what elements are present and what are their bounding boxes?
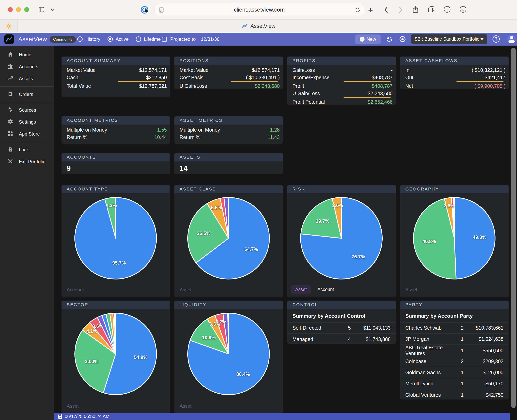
- table-row[interactable]: Coinbase2$209,302: [400, 356, 509, 367]
- stat-label: Market Value: [180, 67, 209, 73]
- new-tab-icon[interactable]: +: [368, 6, 373, 15]
- table-row[interactable]: JP Morgan1$1,024,638: [400, 334, 509, 345]
- row-value: $11,043,133: [351, 325, 390, 331]
- toggle-option-account[interactable]: Account: [317, 287, 334, 292]
- sidebar-item-lock[interactable]: Lock: [0, 144, 54, 156]
- assets-count-card: ASSETS 14: [174, 153, 283, 174]
- pie-slice-label: 3.6%: [332, 203, 343, 208]
- pie-slice-label: 10.9%: [202, 335, 216, 340]
- window-minimize-button[interactable]: [16, 7, 21, 12]
- table-row[interactable]: Managed4$1,743,888: [287, 334, 396, 344]
- pie-slice-label: 54.9%: [134, 354, 148, 360]
- table-row[interactable]: Goldman Sachs1$126,000: [400, 367, 509, 378]
- stat-value: $12,787,021: [139, 83, 167, 89]
- sidebar-item-home[interactable]: Home: [0, 49, 54, 61]
- browser-toolbar: client.assetview.com +: [0, 0, 517, 20]
- window-zoom-button[interactable]: [24, 7, 29, 12]
- address-bar[interactable]: client.assetview.com: [154, 4, 364, 15]
- app-logo[interactable]: [4, 34, 14, 44]
- help-button[interactable]: ?: [493, 35, 500, 43]
- sidebar-item-accounts[interactable]: Accounts: [0, 61, 54, 73]
- toggle-option-asset[interactable]: Asset: [291, 285, 311, 294]
- gear-icon: [7, 119, 13, 125]
- info-icon[interactable]: [443, 6, 451, 14]
- stat-row: Return %11.43: [180, 134, 280, 141]
- pie-slice-label: 19.7%: [316, 218, 329, 224]
- projected-checkbox[interactable]: [162, 37, 167, 42]
- eye-icon[interactable]: [399, 36, 406, 43]
- forward-icon[interactable]: [398, 6, 403, 14]
- password-manager-icon[interactable]: [141, 6, 149, 15]
- stat-value: ( $9,900,705 ): [474, 83, 505, 89]
- pie-chart: 64.7%26.5%5.5%: [174, 193, 283, 283]
- status-bar: 06/17/25 06:50:24 AM: [54, 413, 517, 420]
- back-icon[interactable]: [384, 6, 389, 14]
- sidebar-item-label: Orders: [19, 92, 33, 97]
- pie-slice-label: 2.8%: [444, 203, 455, 208]
- sidebar-item-settings[interactable]: Settings: [0, 116, 54, 128]
- asset-cashflows-card: ASSET CASHFLOWS In( $10,322,121 )Out$421…: [400, 57, 509, 89]
- status-timestamp: 06/17/25 06:50:24 AM: [65, 414, 110, 419]
- projected-date-link[interactable]: 12/31/30: [201, 37, 219, 42]
- stat-row: In( $10,322,121 ): [405, 67, 505, 74]
- sidebar-item-sources[interactable]: Sources: [0, 104, 54, 116]
- stat-value: $408,787: [372, 75, 393, 80]
- card-title: ACCOUNT METRICS: [61, 116, 170, 125]
- sidebar-item-assets[interactable]: Assets: [0, 73, 54, 85]
- pie-slice-label: 3.2%: [215, 319, 226, 324]
- table-row[interactable]: Global Ventures1$42,750: [400, 389, 509, 399]
- scrollbar-thumb[interactable]: [511, 48, 516, 408]
- pie-slice-label: 49.3%: [473, 234, 486, 240]
- reload-icon[interactable]: [355, 7, 360, 14]
- table-row[interactable]: Self-Directed5$11,043,133: [287, 322, 396, 334]
- stat-value: -: [391, 67, 393, 73]
- mode-radio-history[interactable]: History: [77, 37, 100, 42]
- save-icon: [58, 414, 62, 419]
- avatar[interactable]: [507, 35, 516, 43]
- download-icon[interactable]: [459, 6, 467, 14]
- app-header: AssetView Community HistoryActiveLifetim…: [0, 33, 517, 45]
- tab-overview-icon[interactable]: [428, 6, 435, 14]
- portfolio-dropdown[interactable]: SB : Baseline Sandbox Portfolio: [411, 34, 487, 44]
- pie-slice-label: 4.1%: [86, 329, 97, 334]
- share-icon[interactable]: [412, 5, 419, 14]
- sidebar-item-label: Home: [19, 52, 31, 58]
- projected-group: Projected to 12/31/30: [162, 33, 220, 45]
- window-close-button[interactable]: [8, 7, 13, 12]
- sidebar-item-label: Exit Portfolio: [19, 159, 45, 165]
- sidebar-item-orders[interactable]: Orders: [0, 88, 54, 100]
- row-name: Global Ventures: [405, 392, 450, 398]
- table-row[interactable]: ABC Real Estate Ventures1$550,500: [400, 345, 509, 356]
- stat-label: Return %: [180, 134, 200, 140]
- stat-row: Cash$212,850: [67, 74, 167, 81]
- app-window: client.assetview.com +: [0, 0, 517, 420]
- stat-value: $2,243,680: [368, 90, 393, 96]
- sidebar-item-app-store[interactable]: App Store: [0, 128, 54, 140]
- reader-view-icon[interactable]: [158, 7, 165, 14]
- mode-radio-active[interactable]: Active: [107, 37, 129, 42]
- card-title: ACCOUNTS: [61, 153, 170, 161]
- stat-value: ( $10,330,491 ): [246, 75, 280, 80]
- table-heading: Summary by Account Party: [400, 309, 509, 322]
- table-row[interactable]: Merrill Lynch1$50,170: [400, 378, 509, 389]
- pie-chart: 76.7%19.7%3.6%: [287, 193, 396, 283]
- stat-label: In: [405, 67, 410, 73]
- card-title: GEOGRAPHY: [400, 185, 509, 193]
- stat-value: $212,850: [146, 75, 167, 80]
- stat-row: Out$421,417: [405, 74, 505, 81]
- table-row[interactable]: Charles Schwab2$10,783,661: [400, 322, 509, 334]
- refresh-icon[interactable]: [386, 36, 393, 44]
- card-title: ASSETS: [174, 153, 283, 161]
- new-button-label: New: [367, 37, 376, 42]
- new-button[interactable]: + New: [355, 34, 381, 44]
- row-value: $1,024,638: [464, 336, 503, 342]
- mode-label: Lifetime: [144, 37, 161, 42]
- chevron-down-icon[interactable]: [50, 8, 54, 12]
- sidebar-item-exit-portfolio[interactable]: Exit Portfolio: [0, 156, 54, 168]
- mode-radio-lifetime[interactable]: Lifetime: [136, 37, 161, 42]
- sidebar-toggle-icon[interactable]: [38, 6, 45, 14]
- sidebar-item-label: Assets: [19, 76, 33, 82]
- active-tab[interactable]: AssetView: [0, 20, 517, 33]
- portfolio-dropdown-value: SB : Baseline Sandbox Portfolio: [414, 37, 479, 42]
- asset-metrics-rows: Multiple on Money1.28Return %11.43: [174, 125, 283, 141]
